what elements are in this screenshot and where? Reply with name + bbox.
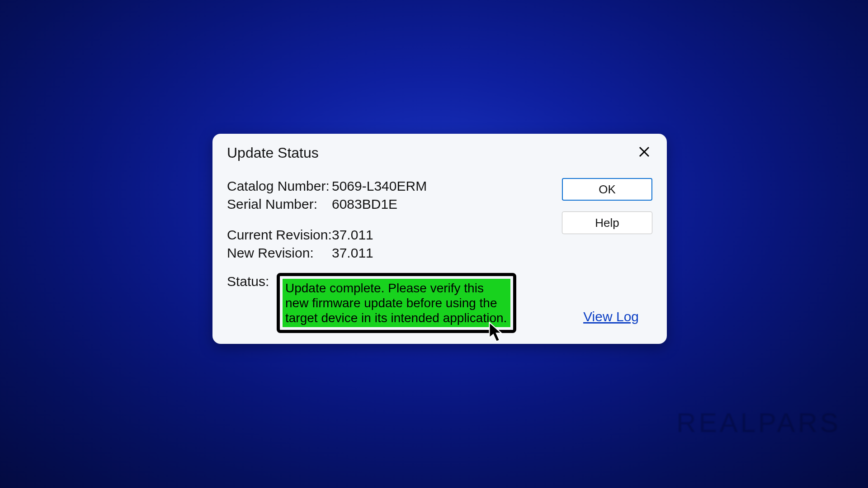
status-label: Status:	[227, 273, 268, 289]
close-button[interactable]	[634, 142, 654, 162]
desktop-background: REALPARS Update Status Catalog Number: 5…	[0, 0, 868, 488]
status-message: Update complete. Please verify this new …	[283, 279, 510, 327]
status-highlight-box: Update complete. Please verify this new …	[277, 273, 516, 333]
dialog-button-column: OK Help	[562, 178, 652, 245]
dialog-title: Update Status	[227, 145, 319, 161]
help-button[interactable]: Help	[562, 211, 652, 234]
view-log-link[interactable]: View Log	[583, 309, 639, 324]
catalog-number-label: Catalog Number:	[227, 178, 332, 194]
new-revision-label: New Revision:	[227, 245, 332, 261]
serial-number-label: Serial Number:	[227, 196, 332, 212]
new-revision-value: 37.011	[332, 245, 652, 261]
current-revision-label: Current Revision:	[227, 227, 332, 243]
update-status-dialog: Update Status Catalog Number: 5069-L340E…	[212, 134, 667, 344]
ok-button[interactable]: OK	[562, 178, 652, 201]
close-icon	[638, 146, 650, 158]
dialog-body: Catalog Number: 5069-L340ERM Serial Numb…	[227, 178, 652, 335]
dialog-titlebar: Update Status	[212, 134, 667, 170]
watermark-text: REALPARS	[676, 407, 841, 438]
status-row: Status: Update complete. Please verify t…	[227, 273, 516, 333]
